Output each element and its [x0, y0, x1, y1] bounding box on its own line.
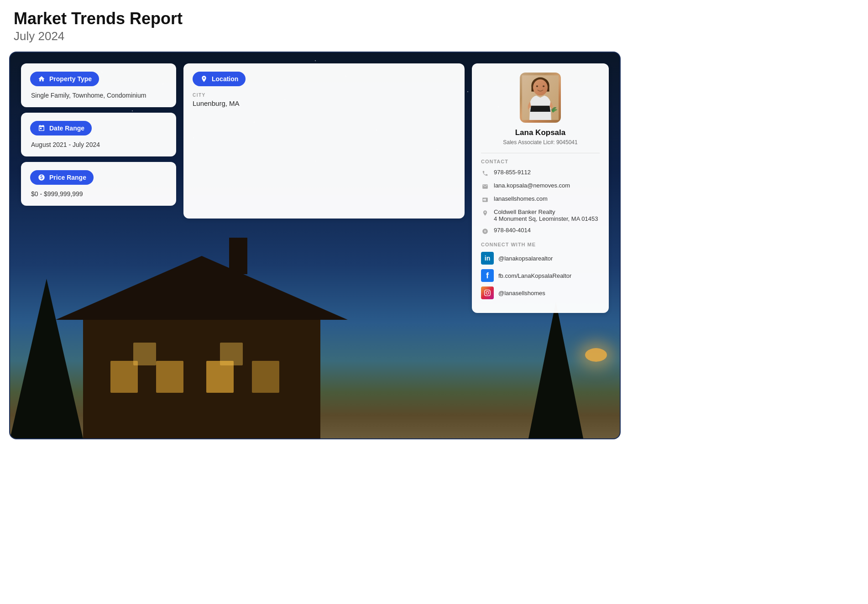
- instagram-handle: @lanasellshomes: [498, 290, 545, 297]
- email-icon: [481, 182, 489, 191]
- company-name: Coldwell Banker Realty: [494, 208, 598, 215]
- price-range-value: $0 - $999,999,999: [30, 190, 167, 198]
- linkedin-item: in @lanakopsalarealtor: [481, 252, 600, 265]
- phone-value: 978-855-9112: [494, 169, 531, 176]
- linkedin-icon: in: [481, 252, 494, 265]
- location-pin-icon: [200, 75, 208, 83]
- calendar-icon: [37, 124, 46, 132]
- middle-column: Location CITY Lunenburg, MA: [183, 63, 465, 313]
- linkedin-handle: @lanakopsalarealtor: [498, 255, 553, 262]
- connect-section-label: CONNECT WITH ME: [481, 242, 600, 247]
- location-card: Location CITY Lunenburg, MA: [183, 63, 465, 219]
- agent-avatar-svg: [522, 75, 559, 120]
- contact-office-phone: 978-840-4014: [481, 227, 600, 235]
- date-range-card: Date Range August 2021 - July 2024: [21, 113, 176, 156]
- home-icon: [37, 75, 46, 83]
- property-type-value: Single Family, Townhome, Condominium: [30, 92, 167, 99]
- page-header: Market Trends Report July 2024: [9, 9, 859, 43]
- divider-1: [481, 153, 600, 153]
- contact-email: lana.kopsala@nemoves.com: [481, 182, 600, 191]
- location-label: Location: [212, 75, 238, 83]
- contact-phone: 978-855-9112: [481, 169, 600, 177]
- connect-section: CONNECT WITH ME in @lanakopsalarealtor f…: [481, 242, 600, 299]
- agent-name: Lana Kopsala: [481, 128, 600, 137]
- property-type-card: Property Type Single Family, Townhome, C…: [21, 63, 176, 107]
- website-icon: [481, 196, 489, 204]
- contact-website: lanasellshomes.com: [481, 195, 600, 204]
- agent-title: Sales Associate Lic#: 9045041: [481, 139, 600, 146]
- address-line: 4 Monument Sq, Leominster, MA 01453: [494, 215, 598, 222]
- website-value: lanasellshomes.com: [494, 195, 548, 202]
- right-column: Lana Kopsala Sales Associate Lic#: 90450…: [472, 63, 609, 313]
- page-subtitle: July 2024: [14, 29, 859, 43]
- svg-point-4: [533, 79, 548, 96]
- contact-section-label: CONTACT: [481, 159, 600, 164]
- agent-card: Lana Kopsala Sales Associate Lic#: 90450…: [472, 63, 609, 313]
- location-sublabel: CITY: [193, 93, 455, 98]
- location-value: Lunenburg, MA: [193, 99, 455, 107]
- price-range-badge: Price Range: [30, 170, 94, 185]
- dollar-icon: [37, 173, 46, 182]
- building-icon: [481, 209, 489, 217]
- main-card: Property Type Single Family, Townhome, C…: [9, 52, 621, 439]
- facebook-icon: f: [481, 269, 494, 282]
- phone-icon: [481, 169, 489, 177]
- date-range-value: August 2021 - July 2024: [30, 141, 167, 148]
- address-block: Coldwell Banker Realty 4 Monument Sq, Le…: [494, 208, 598, 222]
- facebook-handle: fb.com/LanaKopsalaRealtor: [498, 272, 571, 279]
- left-column: Property Type Single Family, Townhome, C…: [21, 63, 176, 313]
- agent-photo-container: [481, 73, 600, 123]
- date-range-badge: Date Range: [30, 121, 92, 135]
- content-overlay: Property Type Single Family, Townhome, C…: [10, 52, 620, 324]
- instagram-item: @lanasellshomes: [481, 286, 600, 299]
- instagram-icon: [481, 286, 494, 299]
- contact-address: Coldwell Banker Realty 4 Monument Sq, Le…: [481, 208, 600, 222]
- facebook-item: f fb.com/LanaKopsalaRealtor: [481, 269, 600, 282]
- page-title: Market Trends Report: [14, 9, 859, 28]
- svg-point-6: [543, 85, 544, 87]
- property-type-badge: Property Type: [30, 72, 99, 86]
- location-badge: Location: [193, 72, 246, 86]
- svg-point-5: [536, 85, 538, 87]
- date-range-label: Date Range: [49, 125, 84, 132]
- property-type-label: Property Type: [49, 75, 92, 83]
- email-value: lana.kopsala@nemoves.com: [494, 182, 570, 189]
- price-range-card: Price Range $0 - $999,999,999: [21, 162, 176, 206]
- agent-photo: [520, 73, 561, 123]
- office-phone-icon: [481, 227, 489, 235]
- price-range-label: Price Range: [49, 174, 86, 181]
- office-phone-value: 978-840-4014: [494, 227, 531, 234]
